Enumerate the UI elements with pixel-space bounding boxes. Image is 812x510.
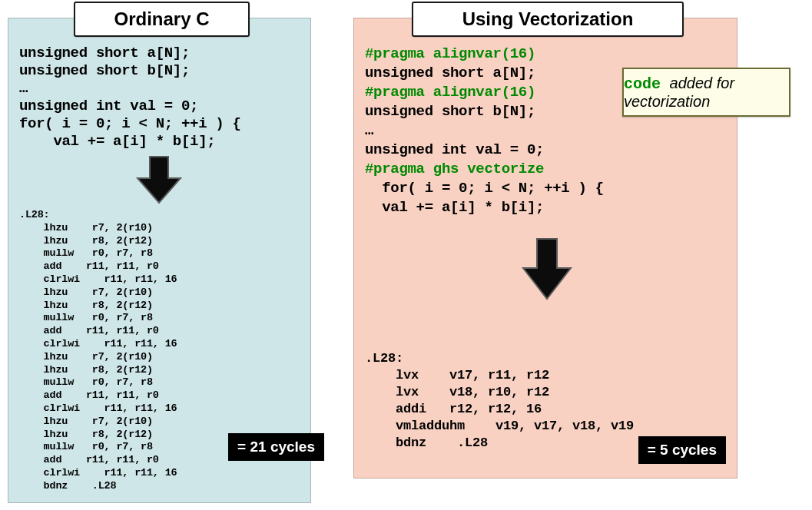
c-source-right: #pragma alignvar(16) unsigned short a[N]… xyxy=(365,45,604,217)
arrow-down-icon xyxy=(136,155,182,204)
asm-output-left: .L28: lhzu r7, 2(r10) lhzu r8, 2(r12) mu… xyxy=(19,209,177,493)
slide: Ordinary C unsigned short a[N]; unsigned… xyxy=(0,0,812,510)
annotation-box: code added for vectorization xyxy=(622,68,790,117)
panel-ordinary-c: Ordinary C unsigned short a[N]; unsigned… xyxy=(8,18,311,503)
annotation-text: code added for vectorization xyxy=(624,75,789,111)
annotation-code-word: code xyxy=(624,75,661,93)
panel-title-left: Ordinary C xyxy=(74,2,250,37)
c-source-left: unsigned short a[N]; unsigned short b[N]… xyxy=(19,45,241,151)
cycles-badge-left: = 21 cycles xyxy=(228,433,324,461)
panel-title-right: Using Vectorization xyxy=(412,2,684,37)
cycles-badge-right: = 5 cycles xyxy=(638,436,726,464)
asm-output-right: .L28: lvx v17, r11, r12 lvx v18, r10, r1… xyxy=(365,350,634,452)
arrow-down-icon xyxy=(520,237,574,302)
